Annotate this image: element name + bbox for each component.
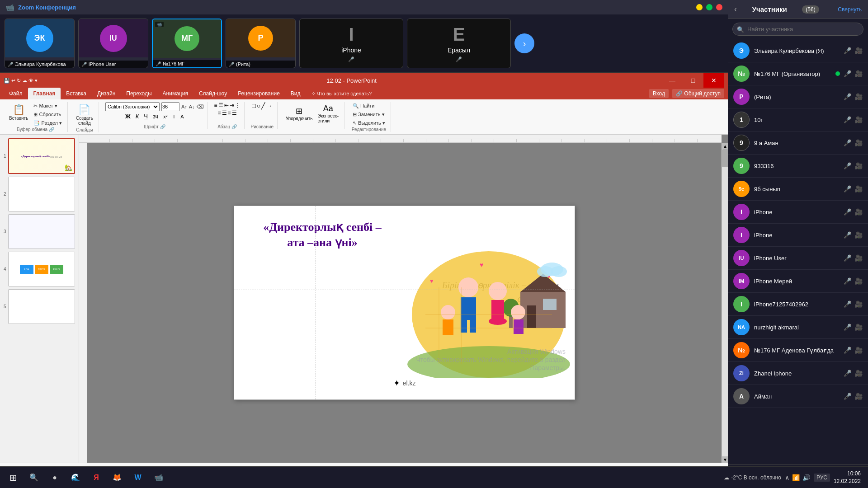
tab-insert[interactable]: Вставка [61, 88, 92, 99]
participant-item-iphone1[interactable]: I iPhone 🎤 🎥 [728, 201, 868, 224]
firefox-button[interactable]: 🦊 [108, 468, 127, 487]
maximize-button[interactable] [706, 4, 712, 10]
slide-thumb-3[interactable]: 3 [4, 214, 75, 249]
italic-button[interactable]: К [134, 113, 141, 120]
tab-home[interactable]: Главная [28, 88, 61, 99]
align-center-button[interactable]: ☰ [222, 110, 227, 116]
subscript-button[interactable]: x² [161, 113, 169, 120]
tab-transitions[interactable]: Переходы [121, 88, 157, 99]
participant-item-zhanel[interactable]: ZI Zhanel Iphone 🎤 🎥 [728, 362, 868, 385]
yandex-button[interactable]: Я [87, 468, 106, 487]
align-right-button[interactable]: ≡ [228, 110, 231, 116]
decrease-font-button[interactable]: A↓ [189, 104, 195, 109]
columns-button[interactable]: ⋮ [235, 102, 241, 108]
underline-button[interactable]: Ч [142, 113, 150, 120]
find-button[interactable]: 🔍 Найти [351, 102, 387, 110]
word-button[interactable]: W [128, 468, 147, 487]
slide-thumb-2[interactable]: 2 [4, 177, 75, 211]
tab-search[interactable]: ✧ Что вы хотите сделать? [306, 88, 377, 99]
slide-thumb-5[interactable]: 5 [4, 289, 75, 324]
participant-item-933316[interactable]: 9 933316 🎤 🎥 [728, 155, 868, 178]
justify-button[interactable]: ☰ [232, 110, 237, 116]
participant-video-4[interactable]: Р 🎤 (Рита) [226, 19, 296, 68]
participant-item-iphone71[interactable]: I iPhone71257402962 🎤 🎥 [728, 293, 868, 316]
participant-item-iphone2[interactable]: I iPhone 🎤 🎥 [728, 224, 868, 247]
large-video-erasyl[interactable]: Е Ерасыл 🎤 [407, 19, 511, 68]
numbering-button[interactable]: ☰ [218, 102, 223, 108]
line-tool[interactable]: ╱ [261, 102, 265, 109]
oval-tool[interactable]: ○ [257, 102, 260, 109]
large-video-iphone[interactable]: I iPhone 🎤 [299, 19, 403, 68]
minimize-button[interactable] [696, 4, 703, 10]
slide-vertical-scrollbar[interactable]: ▲ ▼ [722, 143, 728, 463]
align-left-button[interactable]: ≡ [218, 110, 221, 116]
task-view-button[interactable]: ● [45, 468, 64, 487]
participant-item-mg[interactable]: № №176 МГ (Организатор) 🎤 🎥 [728, 62, 868, 85]
bold-button[interactable]: Ж [123, 113, 132, 120]
tab-file[interactable]: Файл [4, 88, 28, 99]
tab-animation[interactable]: Анимация [157, 88, 193, 99]
mic-on-icon-3: 🎤 [156, 61, 161, 66]
bullets-button[interactable]: ≡ [214, 102, 217, 108]
pp-minimize-button[interactable]: — [662, 73, 683, 88]
select-button[interactable]: ↖ Выделить ▾ [351, 119, 387, 127]
participant-item-iphone-merey[interactable]: IM iPhone Мерей 🎤 🎥 [728, 270, 868, 293]
participant-item-aiman[interactable]: А Айман 🎤 🎥 [728, 385, 868, 408]
search-taskbar-button[interactable]: 🔍 [24, 468, 43, 487]
tab-slideshow[interactable]: Слайд-шоу [193, 88, 232, 99]
tray-show-hidden[interactable]: ∧ [785, 474, 789, 481]
language-indicator[interactable]: РУС [814, 474, 830, 482]
tab-view[interactable]: Вид [285, 88, 306, 99]
collapse-button[interactable]: Свернуть [838, 6, 862, 13]
paste-button[interactable]: 📋 Вставить [7, 102, 30, 122]
pp-close-button[interactable]: ✕ [703, 73, 724, 88]
share-button[interactable]: 🔗 Общий доступ [672, 89, 724, 98]
shadow-button[interactable]: T͏ [170, 113, 177, 120]
participant-item-adenova[interactable]: № №176 МГ Аденова Гүлбағда 🎤 🎥 [728, 339, 868, 362]
tab-review[interactable]: Рецензирование [232, 88, 285, 99]
arrow-tool[interactable]: → [266, 102, 272, 109]
participants-next-button[interactable]: › [514, 33, 534, 53]
signin-button[interactable]: Вход [649, 89, 669, 98]
panel-back-icon[interactable]: ‹ [734, 5, 737, 14]
font-size-input[interactable] [161, 102, 179, 111]
large-video-name-1: iPhone [341, 47, 361, 54]
participant-item-rita[interactable]: Р (Рита) 🎤 🎥 [728, 85, 868, 108]
increase-indent-button[interactable]: ⇥ [230, 102, 234, 108]
rectangle-tool[interactable]: □ [252, 102, 255, 109]
participant-item-10g[interactable]: 1 10г 🎤 🎥 [728, 108, 868, 131]
tray-speaker-icon[interactable]: 🔊 [802, 474, 810, 481]
slide-thumb-4[interactable]: 4 PISA TIMSS PIRLS [4, 252, 75, 286]
font-family-select[interactable]: Calibri (Заголовки) [105, 102, 160, 111]
start-button[interactable]: ⊞ [4, 468, 23, 487]
decrease-indent-button[interactable]: ⇤ [224, 102, 229, 108]
slide-thumb-1[interactable]: 1 «Директорлық сенбі» ата-ана үні 🏡 [4, 138, 75, 174]
paste-special-button[interactable]: 📑 Раздел ▾ [32, 119, 63, 127]
font-color-button[interactable]: A [179, 113, 185, 120]
pp-maximize-button[interactable]: □ [683, 73, 703, 88]
slide-frame[interactable]: «Директорлық сенбі –ата –ана үні» Бірінш… [234, 206, 575, 400]
participant-video-1[interactable]: ЭК 🎤 Эльвира Кулирбекова [5, 19, 75, 68]
tray-network-icon[interactable]: 📶 [792, 474, 800, 481]
strikethrough-button[interactable]: зч [151, 113, 160, 120]
participant-video-2[interactable]: IU 🎤 iPhone User [78, 19, 148, 68]
cortana-button[interactable]: 🌊 [66, 468, 85, 487]
arrange-button[interactable]: ⊞ Упорядочить [284, 104, 315, 123]
participant-item-9b[interactable]: 9c 9б сынып 🎤 🎥 [728, 178, 868, 201]
close-button[interactable] [716, 4, 722, 10]
participant-item-iphone-user[interactable]: IU iPhone User 🎤 🎥 [728, 247, 868, 270]
participant-item-nurzhigit[interactable]: NA nurzhigit akmaral 🎤 🎥 [728, 316, 868, 339]
copy-button[interactable]: ⊞ Сбросить [32, 111, 63, 118]
participant-item-aman[interactable]: 9 9 а Аман 🎤 🎥 [728, 131, 868, 155]
clear-format-button[interactable]: ⌫ [197, 104, 204, 110]
new-slide-button[interactable]: 📄 Создатьслайд [74, 102, 95, 127]
increase-font-button[interactable]: A↑ [181, 104, 187, 109]
zoom-taskbar-button[interactable]: 📹 [149, 468, 168, 487]
replace-button[interactable]: ⊟ Заменить ▾ [351, 111, 387, 118]
cut-button[interactable]: ✂ Макет ▾ [32, 102, 63, 110]
tab-design[interactable]: Дизайн [92, 88, 121, 99]
participant-video-3[interactable]: 📹 МГ 🎤 №176 МГ [152, 19, 222, 68]
quick-styles-button[interactable]: Aa Экспресс-стили [316, 102, 340, 125]
search-input[interactable] [732, 23, 863, 36]
participant-item-elvira[interactable]: Э Эльвира Кулирбекова (Я) 🎤 🎥 [728, 39, 868, 62]
